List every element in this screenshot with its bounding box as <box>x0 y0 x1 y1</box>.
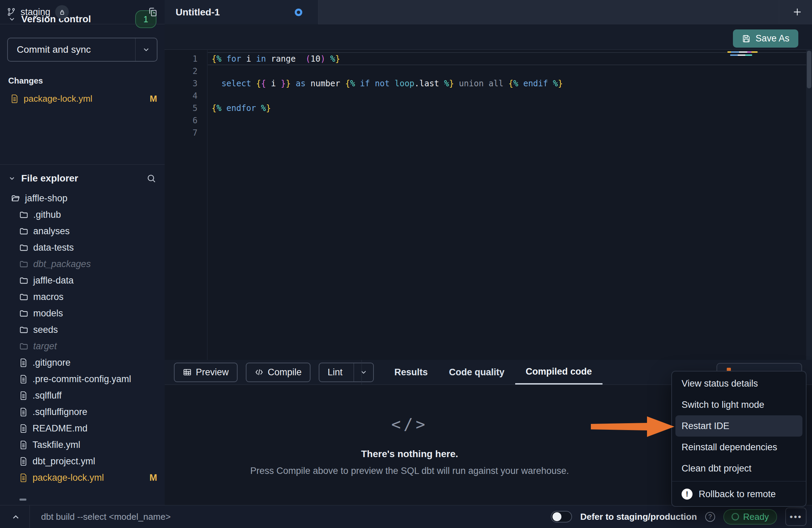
tree-item--sqlfluffignore[interactable]: .sqlfluffignore <box>0 404 165 420</box>
tree-item-macros[interactable]: macros <box>0 289 165 305</box>
changes-label: Changes <box>8 76 156 86</box>
command-bar: dbt build --select <model_name> Defer to… <box>0 505 812 528</box>
panel-tab-code-quality[interactable]: Code quality <box>439 360 515 385</box>
scrollbar-thumb[interactable] <box>807 51 811 88</box>
file-icon <box>19 407 28 417</box>
search-icon[interactable] <box>146 173 156 184</box>
tree-item-label: Taskfile.yml <box>33 440 80 450</box>
tree-item-data-tests[interactable]: data-tests <box>0 239 165 256</box>
tree-item-target[interactable]: target <box>0 338 165 354</box>
file-icon <box>19 391 28 400</box>
menu-item-label: View status details <box>682 378 758 389</box>
unsaved-indicator-dot[interactable] <box>295 9 302 16</box>
folder-icon <box>19 292 28 302</box>
line-number: 3 <box>165 77 207 90</box>
folder-open-icon <box>11 194 20 203</box>
annotation-arrow <box>587 414 677 439</box>
tree-item-label: jaffle-data <box>33 275 74 286</box>
chevron-up-icon[interactable] <box>11 512 21 522</box>
tree-item--gitignore[interactable]: .gitignore <box>0 354 165 371</box>
file-icon <box>19 424 28 433</box>
compile-button[interactable]: Compile <box>246 363 310 382</box>
code-editor[interactable]: 1234567 {% for i in range (10) %} select… <box>165 50 812 360</box>
code-line-6[interactable] <box>212 114 806 127</box>
code-line-2[interactable] <box>212 65 806 77</box>
tree-item-analyses[interactable]: analyses <box>0 223 165 239</box>
help-icon[interactable]: ? <box>705 512 715 522</box>
copy-icon[interactable] <box>148 7 158 17</box>
changed-file-row[interactable]: package-lock.ymlM <box>0 90 165 107</box>
line-number: 4 <box>165 90 207 102</box>
tree-item-dbt-project-yml[interactable]: dbt_project.yml <box>0 453 165 469</box>
code-line-7[interactable] <box>212 127 806 139</box>
file-explorer-section: File explorer jaffle-shop.githubanalyses… <box>0 165 165 505</box>
code-line-4[interactable] <box>212 90 806 102</box>
file-tree: jaffle-shop.githubanalysesdata-testsdbt_… <box>0 190 165 486</box>
tree-item-package-lock-yml[interactable]: package-lock.ymlM <box>0 469 165 486</box>
menu-item-label: Clean dbt project <box>682 463 751 474</box>
menu-item-restart-ide[interactable]: Restart IDE <box>675 415 802 437</box>
line-number: 1 <box>165 53 207 65</box>
tree-item-label: models <box>33 308 63 319</box>
defer-toggle[interactable] <box>551 511 572 523</box>
status-badge[interactable]: Ready <box>723 509 777 525</box>
code-line-1[interactable]: {% for i in range (10) %} <box>212 53 806 65</box>
alert-icon: ! <box>682 489 693 500</box>
new-tab-button[interactable] <box>791 6 803 18</box>
branch-name[interactable]: staging <box>21 7 50 17</box>
code-line-5[interactable]: {% endfor %} <box>212 102 806 114</box>
command-input[interactable]: dbt build --select <model_name> <box>41 505 171 528</box>
menu-item-view-status-details[interactable]: View status details <box>672 373 806 394</box>
menu-item-label: Switch to light mode <box>682 400 764 410</box>
line-number: 2 <box>165 65 207 77</box>
line-number: 7 <box>165 127 207 139</box>
tree-item-models[interactable]: models <box>0 305 165 322</box>
tree-item-taskfile-yml[interactable]: Taskfile.yml <box>0 437 165 453</box>
code-line-3[interactable]: select {{ i }} as number {% if not loop.… <box>212 77 806 90</box>
menu-item-reinstall-dependencies[interactable]: Reinstall dependencies <box>672 437 806 458</box>
folder-icon <box>19 342 28 351</box>
folder-icon <box>19 260 28 269</box>
overflow-menu-button[interactable]: ••• <box>785 507 807 526</box>
folder-icon <box>19 276 28 285</box>
changed-file-name: package-lock.yml <box>24 93 92 104</box>
tree-item-label: dbt_packages <box>33 259 91 269</box>
editor-scrollbar[interactable] <box>806 50 812 360</box>
menu-item-clean-dbt-project[interactable]: Clean dbt project <box>672 458 806 479</box>
minimap <box>727 51 769 58</box>
git-branch-icon <box>7 8 16 16</box>
empty-state: </> There's nothing here. Press Compile … <box>165 415 655 476</box>
commit-options-dropdown[interactable] <box>135 38 157 61</box>
tree-item-readme-md[interactable]: README.md <box>0 420 165 437</box>
tree-item--github[interactable]: .github <box>0 206 165 223</box>
preview-button[interactable]: Preview <box>174 363 238 382</box>
tree-item-seeds[interactable]: seeds <box>0 322 165 338</box>
code-content[interactable]: {% for i in range (10) %} select {{ i }}… <box>208 50 806 139</box>
folder-icon <box>19 227 28 236</box>
panel-tab-compiled-code[interactable]: Compiled code <box>515 360 603 385</box>
tree-item-jaffle-shop[interactable]: jaffle-shop <box>0 190 165 206</box>
tree-item--pre-commit-config-yaml[interactable]: .pre-commit-config.yaml <box>0 371 165 387</box>
tree-item-label: .gitignore <box>33 357 71 368</box>
tree-item-dbt-packages[interactable]: dbt_packages <box>0 256 165 272</box>
commit-and-sync-button[interactable]: Commit and sync <box>7 38 157 62</box>
menu-divider <box>672 481 806 481</box>
panel-tab-results[interactable]: Results <box>384 360 439 385</box>
menu-item-rollback-to-remote[interactable]: !Rollback to remote <box>672 483 806 505</box>
table-grid-icon <box>183 368 192 377</box>
chevron-down-icon[interactable] <box>8 175 16 182</box>
tree-item-label: .sqlfluff <box>33 390 62 401</box>
tree-item-label: .sqlfluffignore <box>33 407 87 417</box>
tree-item-label: analyses <box>33 226 70 237</box>
tab-untitled-1[interactable]: Untitled-1 <box>165 0 318 24</box>
tree-item-label: jaffle-shop <box>25 193 67 204</box>
tree-item--sqlfluff[interactable]: .sqlfluff <box>0 387 165 404</box>
tree-item-jaffle-data[interactable]: jaffle-data <box>0 272 165 289</box>
file-explorer-header[interactable]: File explorer <box>8 173 156 184</box>
lint-label: Lint <box>319 367 350 378</box>
save-as-button[interactable]: Save As <box>733 29 798 48</box>
menu-item-switch-to-light-mode[interactable]: Switch to light mode <box>672 394 806 415</box>
branch-header: staging <box>0 0 165 24</box>
command-bar-right: Defer to staging/production ? Ready ••• <box>551 505 807 528</box>
code-empty-icon: </> <box>165 415 655 433</box>
